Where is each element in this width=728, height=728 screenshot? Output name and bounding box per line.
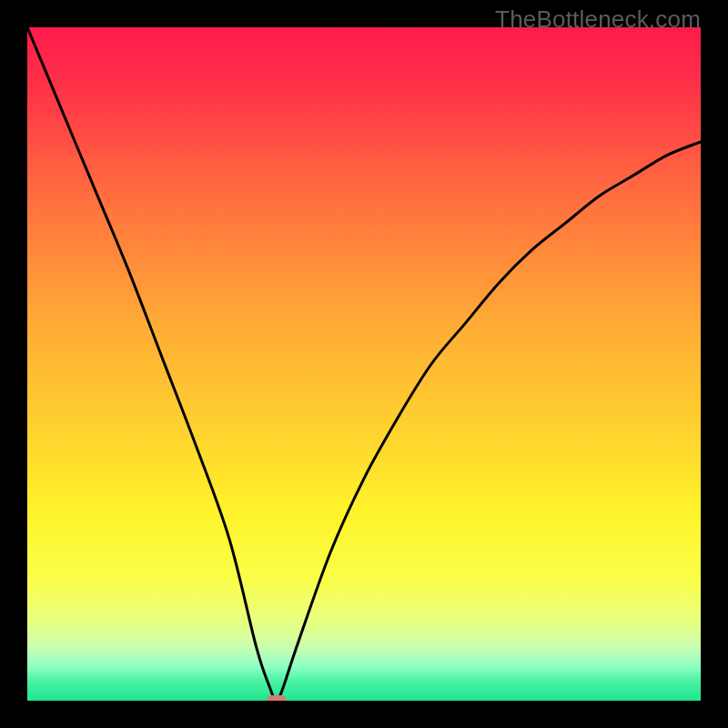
plot-area: [27, 27, 701, 701]
optimal-point-marker: [267, 695, 287, 701]
chart-frame: TheBottleneck.com: [0, 0, 728, 728]
bottleneck-curve-path: [27, 27, 701, 701]
bottleneck-curve-svg: [27, 27, 701, 701]
